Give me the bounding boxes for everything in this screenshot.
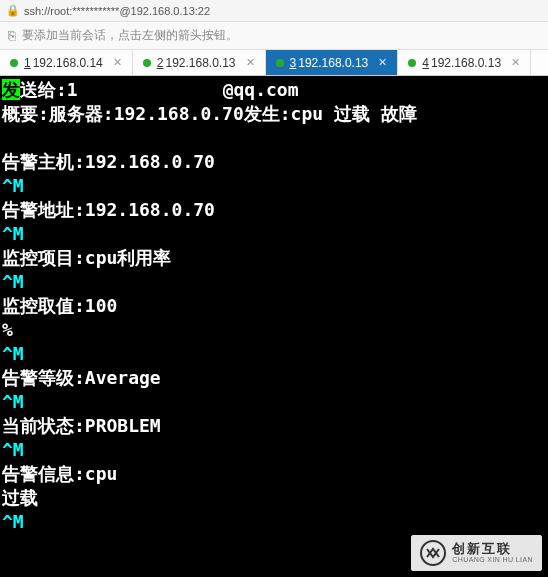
line-monitor-value: 监控取值:100 (2, 294, 546, 318)
watermark-logo-icon (420, 540, 446, 566)
tab-number: 3 (290, 56, 297, 70)
tab-number: 4 (422, 56, 429, 70)
hint-text: 要添加当前会话，点击左侧的箭头按钮。 (22, 27, 238, 44)
ctrl-m: ^M (2, 270, 546, 294)
status-dot-icon (408, 59, 416, 67)
ctrl-m: ^M (2, 174, 546, 198)
tab-3[interactable]: 3 192.168.0.13 ✕ (266, 50, 399, 75)
ctrl-m: ^M (2, 342, 546, 366)
tab-label: 192.168.0.13 (165, 56, 235, 70)
ctrl-m: ^M (2, 510, 546, 534)
line-alert-info: 告警信息:cpu (2, 462, 546, 486)
tab-1[interactable]: 1 192.168.0.14 ✕ (0, 50, 133, 75)
tab-label: 192.168.0.13 (298, 56, 368, 70)
line-alert-level: 告警等级:Average (2, 366, 546, 390)
line-alert-host: 告警主机:192.168.0.70 (2, 150, 546, 174)
watermark-cn: 创新互联 (452, 542, 533, 556)
ctrl-m: ^M (2, 222, 546, 246)
redacted-email (78, 78, 223, 100)
hint-bar: ⎘ 要添加当前会话，点击左侧的箭头按钮。 (0, 22, 548, 50)
ctrl-m: ^M (2, 390, 546, 414)
watermark-en: CHUANG XIN HU LIAN (452, 556, 533, 564)
blank-line (2, 126, 546, 150)
terminal-output[interactable]: 发送给:1@qq.com 概要:服务器:192.168.0.70发生:cpu 过… (0, 76, 548, 577)
status-dot-icon (10, 59, 18, 67)
line-monitor-item: 监控项目:cpu利用率 (2, 246, 546, 270)
line-alert-addr: 告警地址:192.168.0.70 (2, 198, 546, 222)
line-send-to: 发送给:1@qq.com (2, 78, 546, 102)
watermark-text: 创新互联 CHUANG XIN HU LIAN (452, 542, 533, 564)
line-summary: 概要:服务器:192.168.0.70发生:cpu 过载 故障 (2, 102, 546, 126)
tab-2[interactable]: 2 192.168.0.13 ✕ (133, 50, 266, 75)
close-icon[interactable]: ✕ (113, 56, 122, 69)
tab-4[interactable]: 4 192.168.0.13 ✕ (398, 50, 531, 75)
close-icon[interactable]: ✕ (378, 56, 387, 69)
tab-number: 1 (24, 56, 31, 70)
address-text: ssh://root:***********@192.168.0.13:22 (24, 5, 210, 17)
close-icon[interactable]: ✕ (246, 56, 255, 69)
line-percent: % (2, 318, 546, 342)
address-bar: 🔒 ssh://root:***********@192.168.0.13:22 (0, 0, 548, 22)
bookmark-add-icon[interactable]: ⎘ (8, 28, 16, 43)
highlight: 发 (2, 79, 20, 100)
status-dot-icon (276, 59, 284, 67)
lock-icon: 🔒 (6, 4, 20, 17)
line-status: 当前状态:PROBLEM (2, 414, 546, 438)
svg-point-0 (421, 541, 445, 565)
tab-number: 2 (157, 56, 164, 70)
line-overload: 过载 (2, 486, 546, 510)
ctrl-m: ^M (2, 438, 546, 462)
close-icon[interactable]: ✕ (511, 56, 520, 69)
watermark: 创新互联 CHUANG XIN HU LIAN (411, 535, 542, 571)
tab-strip: 1 192.168.0.14 ✕ 2 192.168.0.13 ✕ 3 192.… (0, 50, 548, 76)
status-dot-icon (143, 59, 151, 67)
tab-label: 192.168.0.14 (33, 56, 103, 70)
tab-label: 192.168.0.13 (431, 56, 501, 70)
